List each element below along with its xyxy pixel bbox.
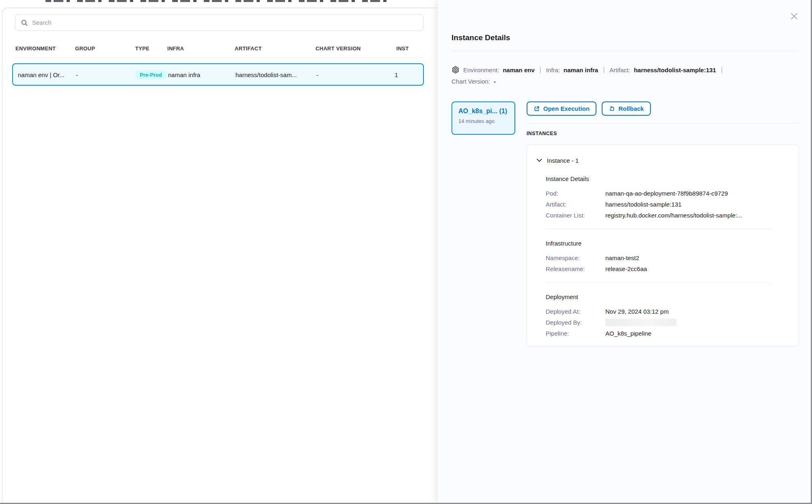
rollback-button[interactable]: Rollback — [602, 101, 651, 116]
rollback-label: Rollback — [618, 105, 644, 112]
execution-card[interactable]: AO_k8s_pi... (1) 14 minutes ago — [451, 101, 515, 135]
detail-row-pod: Pod: naman-qa-ao-deployment-78f9b89874-c… — [546, 188, 789, 199]
app-window: ENVIRONMENT GROUP TYPE INFRA ARTIFACT CH… — [0, 0, 812, 504]
meta-separator: | — [720, 66, 724, 73]
actions-divider — [527, 123, 799, 123]
detail-value: harness/todolist-sample:131 — [605, 201, 682, 208]
instance-accordion-header[interactable]: Instance - 1 — [537, 156, 789, 165]
detail-label: Artifact: — [546, 201, 605, 208]
cell-artifact: harness/todolist-sam... — [235, 71, 297, 78]
environment-icon — [451, 66, 460, 74]
open-execution-label: Open Execution — [543, 105, 590, 112]
section-divider — [546, 229, 771, 229]
detail-label: Releasename: — [546, 265, 605, 272]
execution-card-time: 14 minutes ago — [458, 118, 508, 124]
drawer-header-divider — [451, 51, 798, 51]
environments-search[interactable] — [15, 14, 423, 31]
instance-details-drawer: Instance Details Environment: — [438, 0, 812, 504]
meta-separator: | — [538, 66, 542, 73]
artifact-value: harness/todolist-sample:131 — [634, 67, 716, 73]
col-inst: INST — [396, 45, 409, 52]
cell-chart-version: - — [316, 71, 318, 78]
detail-label: Deployed By: — [546, 319, 605, 326]
detail-label: Pod: — [546, 190, 605, 197]
cell-environment: naman env | Or... — [18, 71, 65, 78]
detail-row-artifact: Artifact: harness/todolist-sample:131 — [546, 199, 789, 210]
artifact-label: Artifact: — [609, 67, 630, 73]
section-heading: Infrastructure — [546, 240, 789, 249]
detail-label: Namespace: — [546, 254, 605, 261]
pre-prod-badge: Pre-Prod — [135, 70, 166, 79]
section-heading: Instance Details — [546, 175, 789, 184]
detail-row-deployed-at: Deployed At: Nov 29, 2024 03:12 pm — [546, 306, 789, 317]
action-buttons: Open Execution Rollback — [527, 101, 651, 116]
detail-value: release-2cc6aa — [605, 265, 647, 272]
section-deployment: Deployment Deployed At: Nov 29, 2024 03:… — [537, 293, 789, 339]
detail-value: Nov 29, 2024 03:12 pm — [605, 308, 669, 315]
cell-infra: naman infra — [168, 71, 200, 78]
detail-row-deployed-by: Deployed By: — [546, 317, 789, 328]
search-input[interactable] — [32, 19, 418, 26]
table-row[interactable]: naman env | Or... - Pre-Prod naman infra… — [12, 63, 424, 86]
detail-row-pipeline: Pipeline: AO_k8s_pipeline — [546, 328, 789, 339]
section-instance-details: Instance Details Pod: naman-qa-ao-deploy… — [537, 175, 789, 221]
clipped-background-content — [45, 0, 391, 2]
search-icon — [21, 19, 28, 26]
execution-card-title: AO_k8s_pi... (1) — [458, 108, 508, 115]
detail-value: AO_k8s_pipeline — [605, 330, 651, 337]
section-infrastructure: Infrastructure Namespace: naman-test2 Re… — [537, 240, 789, 274]
cell-group: - — [76, 71, 78, 78]
detail-value: registry.hub.docker.com/harness/todolist… — [605, 212, 742, 219]
col-type: TYPE — [135, 45, 149, 52]
chevron-down-icon — [537, 159, 542, 162]
detail-row-releasename: Releasename: release-2cc6aa — [546, 263, 789, 274]
instances-card: Instance - 1 Instance Details Pod: naman… — [527, 144, 799, 346]
col-group: GROUP — [75, 45, 95, 52]
detail-label: Pipeline: — [546, 330, 605, 337]
deployment-meta: Environment: naman env | Infra: naman in… — [451, 64, 805, 87]
environment-label: Environment: — [463, 67, 499, 73]
detail-row-container-list: Container List: registry.hub.docker.com/… — [546, 210, 789, 221]
cell-inst: 1 — [395, 71, 398, 78]
chart-version-label: Chart Version: — [451, 78, 490, 85]
redacted-value — [605, 319, 676, 326]
detail-label: Container List: — [546, 212, 605, 219]
detail-value: naman-qa-ao-deployment-78f9b89874-c9729 — [605, 190, 728, 197]
meta-separator: | — [602, 66, 606, 73]
detail-value: naman-test2 — [605, 254, 639, 261]
open-execution-button[interactable]: Open Execution — [527, 101, 596, 116]
external-link-icon — [533, 106, 540, 112]
close-icon[interactable] — [788, 11, 800, 22]
section-heading: Deployment — [546, 293, 789, 302]
section-divider — [546, 282, 771, 283]
infra-value: naman infra — [564, 67, 598, 73]
col-infra: INFRA — [167, 45, 184, 52]
infra-label: Infra: — [546, 67, 560, 73]
col-environment: ENVIRONMENT — [15, 45, 56, 52]
col-artifact: ARTIFACT — [235, 45, 262, 52]
instances-heading: INSTANCES — [527, 131, 557, 136]
cell-type: Pre-Prod — [135, 70, 166, 79]
environment-value: naman env — [503, 67, 534, 73]
drawer-title: Instance Details — [451, 33, 510, 42]
instance-title: Instance - 1 — [547, 157, 579, 164]
rollback-icon — [609, 106, 615, 112]
detail-row-namespace: Namespace: naman-test2 — [546, 252, 789, 263]
col-chart-version: CHART VERSION — [315, 45, 361, 52]
detail-label: Deployed At: — [546, 308, 605, 315]
chart-version-value: - — [494, 78, 496, 85]
table-header-divider — [15, 58, 423, 58]
